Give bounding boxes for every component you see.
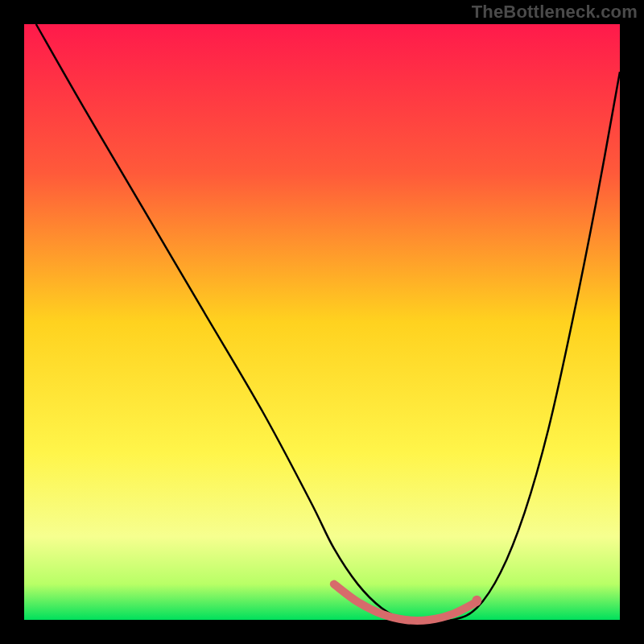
highlight-dot: [472, 596, 481, 605]
plot-background: [24, 24, 620, 620]
chart-frame: TheBottleneck.com: [0, 0, 644, 644]
bottleneck-chart: [0, 0, 644, 644]
watermark-text: TheBottleneck.com: [472, 2, 638, 23]
